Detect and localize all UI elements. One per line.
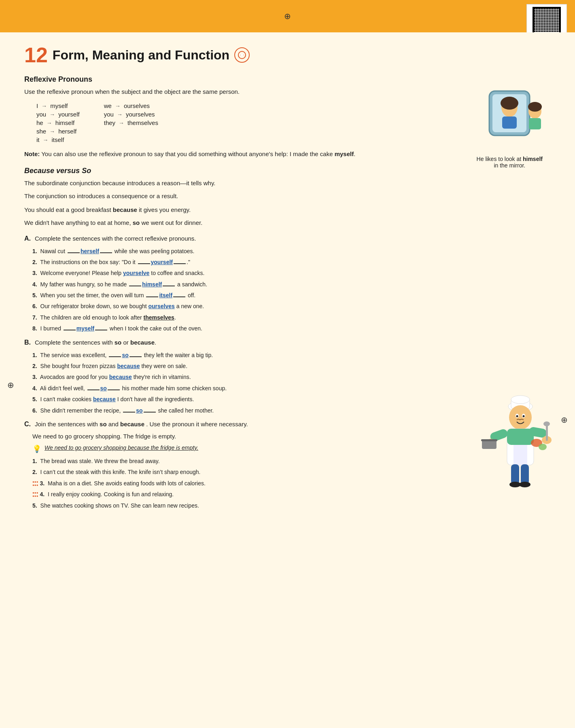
list-item: 5. When you set the timer, the oven will… [32, 291, 551, 300]
reflexive-intro: Use the reflexive pronoun when the subje… [24, 87, 551, 97]
chef-svg [478, 384, 559, 489]
item-after: I don't have all the ingredients. [116, 396, 194, 402]
blank-line [144, 412, 156, 413]
c-instr-bold1: so [100, 421, 107, 427]
arrow-they: → [119, 120, 124, 126]
item-text: Maha is on a diet. She avoids eating foo… [48, 480, 206, 487]
blank-line [109, 356, 121, 357]
blank-line [87, 389, 100, 390]
because-vs-so-section: Because versus So The subordinate conjun… [24, 167, 551, 228]
c-example: We need to go grocery shopping because t… [45, 444, 198, 451]
exercise-b-header: B. Complete the sentences with so or bec… [24, 339, 551, 348]
item-after: a new one. [175, 303, 204, 309]
b-instr-mid: or [123, 339, 130, 346]
answer-because2: because [109, 374, 132, 380]
answer-so3: so [136, 407, 142, 414]
answer-herself: herself [81, 248, 99, 254]
item-text: Ali didn't feel well, [40, 385, 87, 392]
item-num: 8. [32, 325, 37, 332]
c-instr-bold2: because [120, 421, 144, 427]
example1-prefix: You should eat a good breakfast [24, 206, 113, 213]
item-num: 1. [32, 352, 37, 358]
note-label: Note: [24, 150, 40, 157]
list-item: 1. The service was excellent, so they le… [32, 351, 551, 360]
arrow-you: → [49, 111, 55, 118]
item-before: Our refrigerator broke down, so we bough… [40, 303, 149, 309]
chapter-title: 12 Form, Meaning and Function [24, 44, 551, 66]
mirror-caption-line1: He likes to look at [477, 156, 523, 162]
because-example1: You should eat a good breakfast because … [24, 205, 551, 215]
item-after: they're rich in vitamins. [132, 374, 191, 380]
note-text: You can also use the reflexive pronoun t… [41, 150, 334, 157]
example1-bold: because [113, 206, 137, 213]
versus-text: versus [56, 167, 82, 175]
item-after: ." [187, 259, 190, 265]
list-item: 6. She didn't remember the recipe, so sh… [32, 406, 551, 415]
answer-so: so [122, 352, 128, 358]
blank-line [174, 263, 186, 264]
exercise-c-section: C. Join the sentences with so and becaus… [24, 421, 551, 510]
exercise-a-section: A. Complete the sentences with the corre… [24, 235, 551, 333]
exercise-a-instruction: Complete the sentences with the correct … [35, 235, 196, 242]
item-num: 3. [32, 374, 37, 380]
item-text: She didn't remember the recipe, [40, 407, 123, 414]
chef-illustration [478, 384, 559, 491]
item-after: . [174, 314, 176, 321]
item-num: 1. [32, 248, 37, 254]
reflexive-myself: myself [50, 102, 68, 109]
answer-yourselve: yourselve [123, 270, 149, 276]
c-instr-suffix: . Use the pronoun it where necessary. [146, 421, 248, 427]
item-before: When you set the timer, the oven will tu… [40, 292, 146, 298]
answer-yourself: yourself [151, 259, 173, 265]
blank-line [108, 389, 120, 390]
item-after: off. [186, 292, 195, 298]
arrow-i: → [41, 103, 47, 109]
item-num: 5. [32, 502, 37, 509]
list-item: 6. Our refrigerator broke down, so we bo… [32, 302, 551, 311]
c-instr-prefix: Join the sentences with [35, 421, 100, 427]
list-item: 2. I can’t cut the steak with this knife… [32, 468, 551, 476]
b-instr-prefix: Complete the sentences with [35, 339, 115, 346]
item-text: She bought four frozen pizzas [40, 363, 117, 369]
list-item: 5. I can't make cookies because I don't … [32, 395, 551, 404]
item-num: 1. [32, 458, 37, 464]
item-after: when I took the cake out of the oven. [108, 325, 202, 332]
item-num: 2. [32, 259, 37, 265]
svg-rect-9 [529, 118, 541, 129]
svg-point-12 [511, 396, 530, 404]
blank-line [129, 286, 141, 286]
item-num: 6. [32, 407, 37, 414]
item-text: The service was excellent, [40, 352, 108, 358]
svg-point-8 [528, 102, 542, 112]
reg-mark-left: ⊕ [7, 380, 14, 390]
example2-prefix: We didn't have anything to eat at home, [24, 219, 133, 226]
note-box: Note: You can also use the reflexive pro… [24, 149, 551, 159]
blank-line [100, 252, 112, 253]
blank-line [138, 263, 150, 264]
blank-line [95, 330, 107, 330]
main-content: ⊕ ⊕ 12 Form, Meaning and Function [0, 32, 575, 728]
chapter-number: 12 [24, 44, 48, 66]
reflexive-ourselves: ourselves [124, 102, 150, 109]
item-after: his mother made him some chicken soup. [121, 385, 227, 392]
item-text: The bread was stale. We threw the bread … [40, 458, 159, 464]
svg-point-5 [501, 97, 518, 110]
example2-suffix: we went out for dinner. [140, 219, 202, 226]
because-vs-so-heading: Because versus So [24, 167, 551, 175]
mirror-caption-bold: himself [523, 156, 543, 162]
item-before: My father was hungry, so he made [40, 281, 129, 288]
arrow-you2: → [117, 111, 123, 118]
reg-mark-top: ⊕ [284, 11, 291, 21]
item-num: 5. [32, 292, 37, 298]
example2-bold: so [133, 219, 140, 226]
c-example-row: 💡 We need to go grocery shopping because… [32, 444, 551, 454]
pronoun-row-we: we → ourselves [104, 102, 158, 109]
svg-point-16 [516, 415, 518, 417]
pronoun-you: you [36, 111, 46, 118]
item-text: I can’t cut the steak with this knife. T… [40, 469, 201, 475]
bullet-dots2: ●●● ●●● [32, 491, 38, 498]
list-item: 1. Nawal cut herself while she was peeli… [32, 247, 551, 256]
item-num: 5. [32, 396, 37, 402]
svg-point-28 [543, 421, 550, 426]
reflexive-himself: himself [55, 119, 75, 126]
